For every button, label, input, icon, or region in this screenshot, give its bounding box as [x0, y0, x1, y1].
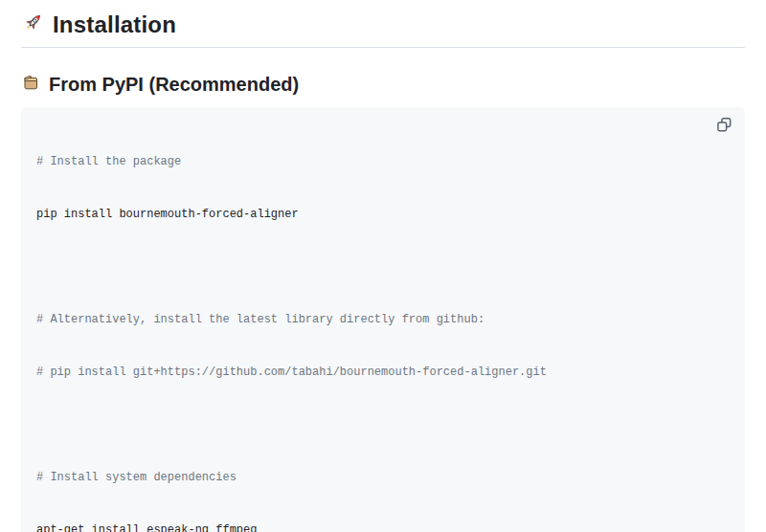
copy-icon	[716, 117, 732, 136]
code-line: # Install the package	[36, 153, 730, 171]
from-pypi-heading: From PyPI (Recommended)	[21, 73, 745, 96]
page-title: Installation	[53, 11, 176, 38]
code-line: # pip install git+https://github.com/tab…	[36, 364, 730, 382]
code-line: pip install bournemouth-forced-aligner	[36, 206, 730, 224]
section-heading: From PyPI (Recommended)	[49, 74, 299, 96]
code-block-pypi: # Install the package pip install bourne…	[21, 107, 745, 532]
code-line: # Install system dependencies	[36, 469, 730, 487]
code-line: apt-get install espeak-ng ffmpeg	[36, 521, 730, 532]
rocket-icon	[21, 11, 44, 38]
readme-page: Installation From PyPI (Recommended) # I…	[0, 0, 766, 532]
code-line-blank	[36, 258, 730, 277]
code-content: # Install the package pip install bourne…	[36, 119, 730, 532]
code-line: # Alternatively, install the latest libr…	[36, 311, 730, 329]
code-line-blank	[36, 416, 730, 434]
package-icon	[21, 73, 40, 96]
installation-heading: Installation	[21, 11, 745, 48]
copy-button[interactable]	[713, 116, 734, 137]
